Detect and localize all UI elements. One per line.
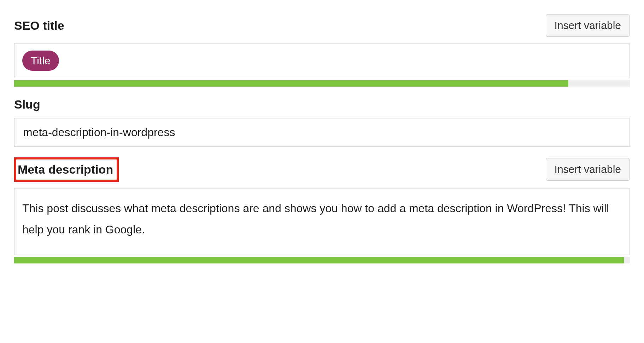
slug-label-row: Slug: [14, 97, 630, 112]
meta-description-label-row: Meta description Insert variable: [14, 157, 630, 182]
seo-title-insert-variable-button[interactable]: Insert variable: [546, 14, 630, 37]
slug-label: Slug: [14, 97, 40, 112]
seo-title-label: SEO title: [14, 18, 64, 33]
meta-description-text: This post discusses what meta descriptio…: [22, 202, 609, 236]
meta-description-progress-fill: [14, 257, 624, 263]
seo-title-label-row: SEO title Insert variable: [14, 14, 630, 37]
slug-section: Slug: [14, 97, 630, 147]
seo-title-progress-track: [14, 80, 630, 87]
meta-description-insert-variable-button[interactable]: Insert variable: [546, 158, 630, 181]
seo-title-section: SEO title Insert variable Title: [14, 14, 630, 87]
meta-description-section: Meta description Insert variable This po…: [14, 157, 630, 263]
seo-title-variable-chip[interactable]: Title: [22, 51, 59, 71]
seo-title-progress-fill: [14, 80, 568, 87]
slug-input[interactable]: [22, 126, 622, 139]
meta-description-label: Meta description: [14, 157, 119, 182]
meta-description-input[interactable]: This post discusses what meta descriptio…: [14, 188, 630, 255]
seo-title-input[interactable]: Title: [14, 43, 630, 78]
slug-input-wrapper: [14, 118, 630, 147]
meta-description-progress-track: [14, 257, 630, 263]
